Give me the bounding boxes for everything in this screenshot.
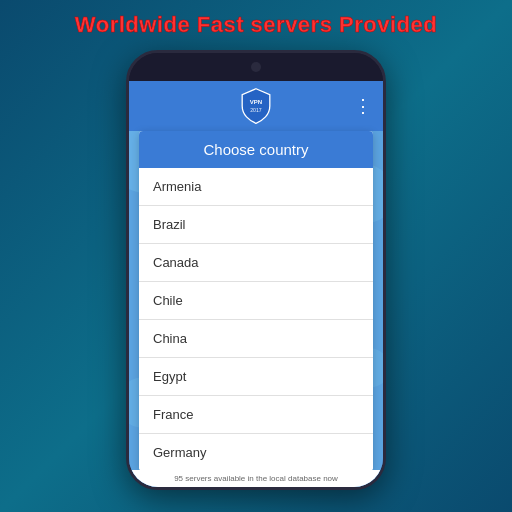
phone-screen: VPN 2017 ⋮ Choose country ArmeniaBrazilC… — [129, 81, 383, 487]
country-item[interactable]: Armenia — [139, 168, 373, 206]
country-list: ArmeniaBrazilCanadaChileChinaEgyptFrance… — [139, 168, 373, 471]
top-banner: Worldwide Fast servers Provided — [0, 0, 512, 46]
more-options-icon[interactable]: ⋮ — [354, 95, 373, 117]
country-item[interactable]: France — [139, 396, 373, 434]
camera-dot — [251, 62, 261, 72]
shield-icon: VPN 2017 — [238, 87, 274, 125]
country-item[interactable]: Germany — [139, 434, 373, 471]
country-dropdown[interactable]: Choose country ArmeniaBrazilCanadaChileC… — [139, 131, 373, 471]
country-item[interactable]: Egypt — [139, 358, 373, 396]
vpn-logo: VPN 2017 — [238, 87, 274, 125]
country-item[interactable]: China — [139, 320, 373, 358]
phone-mockup: VPN 2017 ⋮ Choose country ArmeniaBrazilC… — [126, 50, 386, 490]
dropdown-header: Choose country — [139, 131, 373, 168]
phone-body: VPN 2017 ⋮ Choose country ArmeniaBrazilC… — [126, 50, 386, 490]
phone-notch — [129, 53, 383, 81]
banner-text: Worldwide Fast servers Provided — [75, 12, 437, 37]
svg-text:2017: 2017 — [250, 107, 262, 113]
app-bar: VPN 2017 ⋮ — [129, 81, 383, 131]
svg-text:VPN: VPN — [250, 99, 262, 105]
country-item[interactable]: Chile — [139, 282, 373, 320]
country-item[interactable]: Canada — [139, 244, 373, 282]
country-item[interactable]: Brazil — [139, 206, 373, 244]
bottom-note: 95 servers available in the local databa… — [129, 470, 383, 487]
